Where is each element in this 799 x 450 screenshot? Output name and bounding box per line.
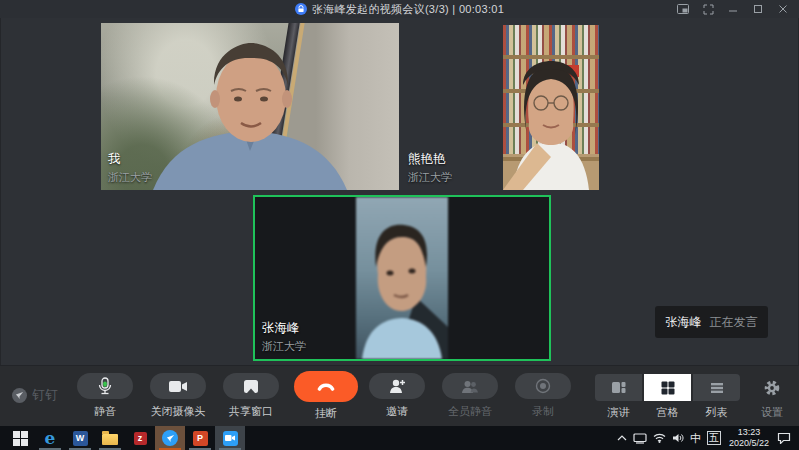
participant-name: 张海峰 xyxy=(262,320,306,337)
action-center-icon[interactable] xyxy=(777,432,791,444)
taskbar-clock[interactable]: 13:23 2020/5/22 xyxy=(727,427,771,449)
settings-button[interactable]: 设置 xyxy=(746,374,798,420)
maximize-button[interactable] xyxy=(752,3,764,15)
participant-name-tag: 我 浙江大学 xyxy=(108,151,152,185)
speaker-view-icon xyxy=(611,381,626,394)
camera-icon xyxy=(168,380,188,393)
meeting-toolbar: 钉钉 静音 关闭摄像头 共享窗口 xyxy=(0,365,799,426)
gear-icon xyxy=(764,380,780,396)
meeting-window: 张海峰发起的视频会议(3/3) | 00:03:01 xyxy=(0,0,799,450)
camera-off-button[interactable]: 关闭摄像头 xyxy=(142,373,214,419)
list-view-icon xyxy=(710,382,724,394)
dingtalk-icon xyxy=(162,430,178,446)
participant-org: 浙江大学 xyxy=(408,170,452,185)
close-button[interactable] xyxy=(777,3,789,15)
meeting-app-icon xyxy=(223,431,238,446)
record-icon xyxy=(535,378,551,394)
dingtalk-brand: 钉钉 xyxy=(12,386,58,404)
brand-name: 钉钉 xyxy=(32,386,58,404)
hangup-phone-icon xyxy=(317,382,335,391)
tray-ime-language[interactable]: 中 xyxy=(690,431,701,446)
participant-name: 熊艳艳 xyxy=(408,151,452,168)
z-app-icon: z xyxy=(134,432,147,445)
video-tile-self[interactable]: 我 浙江大学 xyxy=(101,23,399,190)
tray-expand-icon[interactable] xyxy=(617,435,627,441)
video-tile-xiongyanyan[interactable]: 熊艳艳 浙江大学 xyxy=(401,23,701,190)
microphone-icon xyxy=(97,377,113,395)
mute-all-icon xyxy=(461,379,479,394)
titlebar: 张海峰发起的视频会议(3/3) | 00:03:01 xyxy=(0,0,799,18)
taskbar-edge[interactable]: e xyxy=(35,426,65,450)
invite-button[interactable]: 邀请 xyxy=(361,373,433,419)
powerpoint-icon: P xyxy=(193,431,208,446)
dingtalk-logo-icon xyxy=(12,388,27,403)
windows-taskbar: e W z P xyxy=(0,426,799,450)
record-button[interactable]: 录制 xyxy=(507,373,579,419)
grid-view-icon xyxy=(661,381,675,395)
file-explorer-icon xyxy=(102,434,118,445)
tray-volume-icon[interactable] xyxy=(672,433,684,443)
window-title: 张海峰发起的视频会议(3/3) | 00:03:01 xyxy=(312,2,504,17)
participant-org: 浙江大学 xyxy=(108,170,152,185)
speaking-toast: 张海峰 正在发言 xyxy=(655,306,768,338)
tray-ime-mode[interactable]: 五 xyxy=(707,431,721,445)
invite-person-icon xyxy=(389,378,406,394)
hangup-button[interactable]: 挂断 xyxy=(290,373,362,421)
participant-name-tag: 熊艳艳 浙江大学 xyxy=(408,151,452,185)
pip-mode-icon[interactable] xyxy=(677,3,689,15)
tray-display-icon[interactable] xyxy=(633,433,647,444)
taskbar-powerpoint[interactable]: P xyxy=(185,426,215,450)
view-list-button[interactable]: 列表 xyxy=(693,374,740,420)
system-tray: 中 五 13:23 2020/5/22 xyxy=(617,426,799,450)
word-icon: W xyxy=(73,431,88,446)
mute-button[interactable]: 静音 xyxy=(69,373,141,419)
share-window-button[interactable]: 共享窗口 xyxy=(215,373,287,419)
speaking-toast-status: 正在发言 xyxy=(710,314,758,331)
edge-icon: e xyxy=(45,428,56,448)
windows-logo-icon xyxy=(13,431,28,446)
clock-date: 2020/5/22 xyxy=(729,438,769,448)
taskbar-meeting-app[interactable] xyxy=(215,426,245,450)
mute-all-button[interactable]: 全员静音 xyxy=(434,373,506,419)
video-tile-zhanghaifeng-active-speaker[interactable]: 张海峰 浙江大学 xyxy=(253,195,551,361)
share-window-icon xyxy=(243,379,259,394)
participant-org: 浙江大学 xyxy=(262,339,306,354)
tray-wifi-icon[interactable] xyxy=(653,433,666,443)
participant-video xyxy=(356,197,448,359)
minimize-button[interactable] xyxy=(727,3,739,15)
lock-icon xyxy=(295,3,307,15)
participant-video xyxy=(503,25,599,190)
taskbar-word[interactable]: W xyxy=(65,426,95,450)
clock-time: 13:23 xyxy=(738,427,761,437)
participant-name: 我 xyxy=(108,151,152,168)
speaking-toast-name: 张海峰 xyxy=(666,314,702,331)
view-grid-button-active[interactable]: 宫格 xyxy=(644,374,691,420)
taskbar-app-z[interactable]: z xyxy=(125,426,155,450)
fullscreen-icon[interactable] xyxy=(702,3,714,15)
participant-name-tag: 张海峰 浙江大学 xyxy=(262,320,306,354)
start-button[interactable] xyxy=(5,426,35,450)
view-speaker-button[interactable]: 演讲 xyxy=(595,374,642,420)
taskbar-explorer[interactable] xyxy=(95,426,125,450)
taskbar-dingtalk[interactable] xyxy=(155,426,185,450)
